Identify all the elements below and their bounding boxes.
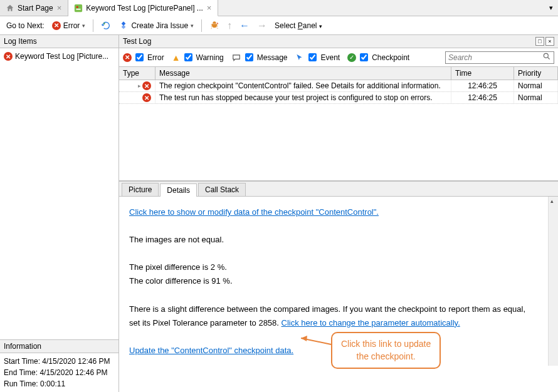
link-update-checkpoint[interactable]: Update the "ContentControl" checkpoint d… xyxy=(129,346,293,355)
information-body: Start Time: 4/15/2020 12:46 PM End Time:… xyxy=(0,353,118,392)
tab-start-page[interactable]: Start Page × xyxy=(0,0,68,16)
tab-label: Keyword Test Log [PicturePanel] ... xyxy=(86,4,203,13)
jira-icon xyxy=(118,21,129,31)
document-tabs: Start Page × Keyword Test Log [PicturePa… xyxy=(0,0,558,16)
details-text: There is a slight difference between the… xyxy=(129,302,538,330)
nav-up-button[interactable]: ↑ xyxy=(224,19,234,33)
filter-warning[interactable]: ▲ Warning xyxy=(172,53,224,63)
filter-checkpoint-checkbox[interactable] xyxy=(360,53,368,61)
error-icon: ✕ xyxy=(123,53,132,62)
grid-body[interactable]: ▸✕ The region checkpoint "ContentControl… xyxy=(119,80,558,180)
go-to-next-error[interactable]: ✕ Error ▾ xyxy=(50,20,88,31)
refresh-icon xyxy=(101,21,111,31)
select-panel-full[interactable]: Select Panel xyxy=(324,24,329,27)
error-icon: ✕ xyxy=(52,21,61,30)
chevron-down-icon: ▾ xyxy=(549,4,553,12)
col-type[interactable]: Type xyxy=(119,67,155,80)
tabs-dropdown[interactable]: ▾ xyxy=(544,0,558,16)
bug-button[interactable] xyxy=(207,19,222,32)
filter-error-checkbox[interactable] xyxy=(135,53,144,61)
filter-message-checkbox[interactable] xyxy=(245,53,253,61)
select-panel-button[interactable]: Select Panel ▾ xyxy=(272,20,325,31)
separator xyxy=(201,19,202,32)
refresh-button[interactable] xyxy=(98,19,113,32)
filter-event-checkbox[interactable] xyxy=(308,53,317,61)
filter-error[interactable]: ✕ Error xyxy=(123,53,164,62)
warning-icon: ▲ xyxy=(172,53,181,63)
error-icon: ✕ xyxy=(142,93,151,102)
filter-warning-checkbox[interactable] xyxy=(184,53,192,61)
filter-message[interactable]: Message xyxy=(231,53,288,63)
testlog-icon xyxy=(73,3,83,13)
arrow-right-icon: → xyxy=(257,20,267,31)
error-icon: ✕ xyxy=(142,81,151,90)
tab-callstack[interactable]: Call Stack xyxy=(198,183,246,196)
tab-details[interactable]: Details xyxy=(160,183,197,197)
col-message[interactable]: Message xyxy=(155,67,451,80)
log-grid: Type Message Time Priority ▸✕ The region… xyxy=(119,67,558,181)
tab-picture[interactable]: Picture xyxy=(122,183,159,196)
create-jira-button[interactable]: Create Jira Issue ▾ xyxy=(116,19,196,32)
chevron-down-icon: ▾ xyxy=(82,23,85,29)
main-toolbar: Go to Next: ✕ Error ▾ Create Jira Issue … xyxy=(0,16,558,35)
filter-bar: ✕ Error ▲ Warning Message xyxy=(119,48,558,67)
close-icon[interactable]: × xyxy=(56,3,63,13)
tree-item[interactable]: ✕ Keyword Test Log [Picture... xyxy=(3,51,116,62)
scroll-up-icon[interactable]: ▴ xyxy=(550,198,554,204)
home-icon xyxy=(5,3,15,13)
filter-checkpoint[interactable]: ✓ Checkpoint xyxy=(347,53,409,62)
maximize-icon[interactable]: □ xyxy=(535,37,544,46)
close-icon[interactable]: × xyxy=(206,3,213,13)
message-icon xyxy=(231,53,241,63)
filter-event[interactable]: Event xyxy=(295,53,340,63)
left-column: Log Items ✕ Keyword Test Log [Picture...… xyxy=(0,35,119,392)
go-to-next-label: Go to Next: xyxy=(4,20,47,31)
grid-row[interactable]: ✕ The test run has stopped because your … xyxy=(119,92,558,104)
details-text: The pixel difference is 2 %. xyxy=(129,260,538,274)
col-priority[interactable]: Priority xyxy=(514,67,558,80)
search-box[interactable] xyxy=(445,51,554,64)
details-text: The images are not equal. xyxy=(129,233,538,247)
error-icon: ✕ xyxy=(4,52,13,61)
separator xyxy=(93,19,93,32)
svg-point-3 xyxy=(544,53,548,58)
log-items-header: Log Items xyxy=(0,35,118,48)
cursor-icon xyxy=(295,53,305,63)
scrollbar[interactable]: ▴ xyxy=(548,197,558,366)
search-icon[interactable] xyxy=(540,52,554,63)
arrow-left-icon: ← xyxy=(240,20,250,31)
nav-fwd-button[interactable]: → xyxy=(255,19,270,33)
svg-point-1 xyxy=(76,6,79,8)
log-items-tree[interactable]: ✕ Keyword Test Log [Picture... xyxy=(0,48,118,339)
nav-back-button[interactable]: ← xyxy=(237,19,252,33)
chevron-down-icon: ▾ xyxy=(191,23,194,29)
link-change-param[interactable]: Click here to change the parameter autom… xyxy=(282,318,460,328)
link-modify-checkpoint[interactable]: Click here to show or modify data of the… xyxy=(129,207,379,217)
details-text: The color difference is 91 %. xyxy=(129,274,538,288)
grid-header: Type Message Time Priority xyxy=(119,67,558,80)
arrow-up-icon: ↑ xyxy=(227,20,232,31)
svg-rect-2 xyxy=(76,8,81,9)
search-input[interactable] xyxy=(446,53,540,62)
tab-label: Start Page xyxy=(18,4,53,13)
information-header: Information xyxy=(0,340,118,353)
information-panel: Information Start Time: 4/15/2020 12:46 … xyxy=(0,339,118,392)
tab-test-log[interactable]: Keyword Test Log [PicturePanel] ... × xyxy=(68,0,218,16)
test-log-header: Test Log □ × xyxy=(119,35,558,48)
bug-icon xyxy=(209,21,219,31)
grid-row[interactable]: ▸✕ The region checkpoint "ContentControl… xyxy=(119,80,558,92)
svg-rect-0 xyxy=(75,4,82,11)
col-time[interactable]: Time xyxy=(451,67,514,80)
annotation-callout: Click this link to update the checkpoint… xyxy=(331,332,441,369)
detail-tabs: Picture Details Call Stack xyxy=(119,182,558,196)
check-icon: ✓ xyxy=(347,53,356,62)
main-area: Log Items ✕ Keyword Test Log [Picture...… xyxy=(0,35,558,392)
close-icon[interactable]: × xyxy=(545,37,554,46)
